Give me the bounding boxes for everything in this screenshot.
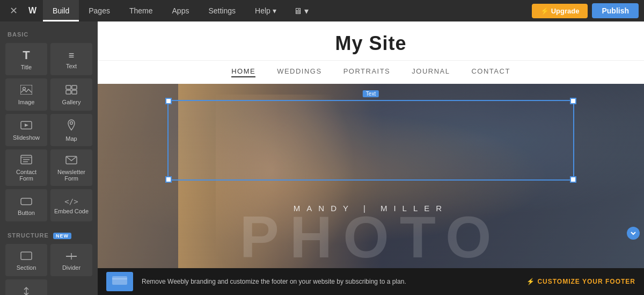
scroll-down-indicator[interactable] — [627, 227, 640, 240]
sidebar-label-contact-form: Contact Form — [9, 169, 44, 182]
embed-icon: </> — [64, 198, 78, 205]
sidebar-item-image[interactable]: Image — [5, 78, 47, 111]
sidebar-item-button[interactable]: Button — [5, 189, 47, 221]
sidebar-label-gallery: Gallery — [62, 99, 81, 105]
customize-footer-label[interactable]: CUSTOMIZE YOUR FOOTER — [537, 278, 635, 285]
sidebar-label-map: Map — [65, 135, 77, 142]
sidebar-item-divider[interactable]: Divider — [50, 244, 92, 276]
spacer-icon — [20, 286, 32, 295]
sidebar-item-contact-form[interactable]: Contact Form — [5, 149, 47, 186]
sidebar-item-map[interactable]: Map — [50, 114, 92, 146]
sidebar-label-section: Section — [17, 264, 36, 271]
nav-home[interactable]: HOME — [231, 67, 255, 77]
resize-handle-tr[interactable] — [570, 98, 576, 104]
svg-rect-4 — [66, 90, 71, 94]
site-navigation: HOME WEDDINGS PORTRAITS JOURNAL CONTACT — [98, 60, 644, 84]
resize-handle-bl[interactable] — [165, 176, 172, 183]
sidebar-item-text[interactable]: ≡ Text — [50, 43, 92, 75]
top-navigation-bar: ✕ W Build Pages Theme Apps Settings Help… — [0, 0, 644, 21]
sidebar-item-title[interactable]: T Title — [5, 43, 47, 75]
sidebar-label-embed: Embed Code — [54, 208, 89, 214]
new-badge: NEW — [53, 233, 71, 239]
sidebar-item-section[interactable]: Section — [5, 244, 47, 276]
gallery-icon — [65, 85, 77, 96]
upgrade-button[interactable]: ⚡ Upgrade — [532, 4, 588, 18]
svg-rect-14 — [21, 252, 32, 260]
sidebar-label-image: Image — [18, 99, 35, 105]
section-icon — [20, 251, 32, 262]
selection-box[interactable]: Text — [167, 100, 574, 181]
contact-form-icon — [20, 155, 32, 166]
sidebar-structure-title: STRUCTURE NEW — [0, 228, 98, 241]
sidebar: BASIC T Title ≡ Text Image Gallery — [0, 21, 98, 295]
button-icon — [20, 196, 32, 207]
sidebar-label-slideshow: Slideshow — [13, 134, 40, 141]
top-bar-actions: ⚡ Upgrade Publish — [532, 3, 639, 18]
title-icon: T — [23, 49, 30, 61]
svg-rect-3 — [72, 85, 77, 89]
element-label: Text — [363, 90, 379, 97]
hero-photo-text: PHOTO — [98, 207, 644, 267]
image-icon — [20, 85, 32, 96]
sidebar-item-spacer[interactable]: Spacer — [5, 279, 47, 295]
sidebar-item-newsletter[interactable]: Newsletter Form — [50, 149, 92, 186]
newsletter-icon — [65, 155, 77, 166]
weebly-logo: W — [23, 6, 42, 16]
sidebar-label-divider: Divider — [62, 264, 80, 271]
tab-theme[interactable]: Theme — [120, 0, 163, 21]
footer-notification-bar: Remove Weebly branding and customize the… — [98, 268, 644, 295]
sidebar-structure-section: STRUCTURE NEW Section Divider — [0, 228, 98, 295]
resize-handle-br[interactable] — [570, 176, 576, 183]
svg-rect-13 — [21, 198, 32, 205]
sidebar-basic-title: BASIC — [0, 27, 98, 40]
sidebar-label-text: Text — [66, 63, 77, 69]
tab-apps[interactable]: Apps — [163, 0, 199, 21]
svg-rect-0 — [20, 85, 32, 95]
tab-pages[interactable]: Pages — [79, 0, 120, 21]
customize-footer-button[interactable]: ⚡ CUSTOMIZE YOUR FOOTER — [526, 278, 635, 285]
sidebar-label-button: Button — [18, 210, 35, 216]
close-button[interactable]: ✕ — [5, 0, 22, 21]
hero-section[interactable]: Text MANDY | MILLER PHOTO — [98, 84, 644, 272]
canvas-area: My Site HOME WEDDINGS PORTRAITS JOURNAL … — [98, 21, 644, 295]
main-layout: BASIC T Title ≡ Text Image Gallery — [0, 21, 644, 295]
nav-weddings[interactable]: WEDDINGS — [277, 67, 322, 77]
publish-button[interactable]: Publish — [592, 3, 639, 18]
sidebar-label-newsletter: Newsletter Form — [54, 169, 89, 182]
map-icon — [67, 119, 76, 133]
tab-build[interactable]: Build — [43, 0, 79, 21]
sidebar-item-slideshow[interactable]: Slideshow — [5, 114, 47, 146]
footer-message: Remove Weebly branding and customize the… — [142, 278, 518, 285]
tab-help[interactable]: Help ▾ — [245, 0, 286, 21]
device-toggle-button[interactable]: 🖥 ▾ — [289, 6, 313, 16]
nav-portraits[interactable]: PORTRAITS — [343, 67, 391, 77]
site-header: My Site HOME WEDDINGS PORTRAITS JOURNAL … — [98, 21, 644, 84]
svg-point-7 — [70, 122, 73, 125]
svg-rect-5 — [72, 90, 77, 94]
resize-handle-tl[interactable] — [165, 98, 172, 104]
lightning-icon: ⚡ — [526, 278, 535, 285]
nav-contact[interactable]: CONTACT — [471, 67, 510, 77]
footer-preview-icon — [106, 272, 133, 291]
site-title: My Site — [98, 32, 644, 60]
text-icon: ≡ — [69, 51, 75, 60]
sidebar-basic-grid: T Title ≡ Text Image Gallery — [0, 40, 98, 225]
sidebar-label-title: Title — [21, 64, 32, 70]
svg-rect-18 — [112, 276, 127, 285]
divider-icon — [65, 251, 77, 262]
sidebar-item-gallery[interactable]: Gallery — [50, 78, 92, 111]
nav-tabs: Build Pages Theme Apps Settings Help ▾ — [43, 0, 286, 21]
slideshow-icon — [20, 120, 32, 132]
nav-journal[interactable]: JOURNAL — [412, 67, 450, 77]
sidebar-structure-grid: Section Divider Spacer — [0, 241, 98, 295]
tab-settings[interactable]: Settings — [199, 0, 245, 21]
sidebar-item-embed-code[interactable]: </> Embed Code — [50, 189, 92, 221]
svg-rect-2 — [66, 85, 71, 89]
